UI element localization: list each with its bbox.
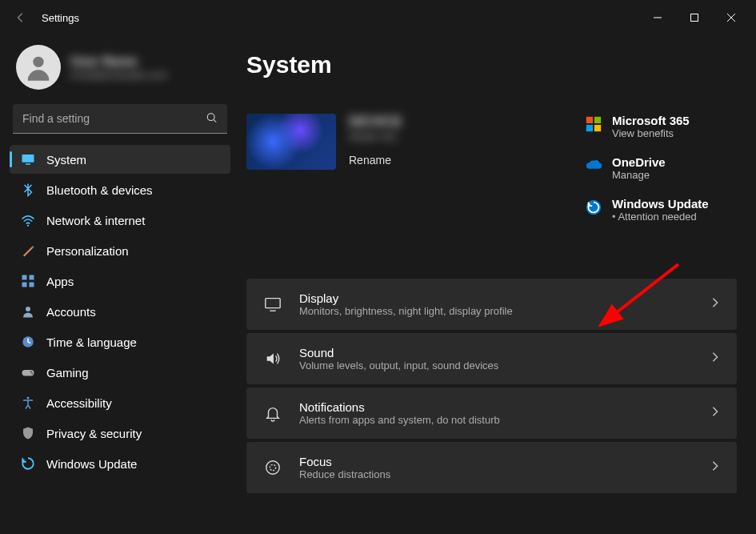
sidebar-item-accessibility[interactable]: Accessibility <box>10 388 230 417</box>
sidebar-item-apps[interactable]: Apps <box>10 267 230 295</box>
maximize-button[interactable] <box>676 5 713 30</box>
promo-m365[interactable]: Microsoft 365View benefits <box>585 114 737 139</box>
time-icon <box>21 335 35 349</box>
card-title: Focus <box>299 455 694 468</box>
promo-title: Microsoft 365 <box>612 114 690 127</box>
user-profile[interactable]: User Name email@example.com <box>10 35 230 99</box>
sidebar-item-personalization[interactable]: Personalization <box>10 236 230 265</box>
privacy-icon <box>21 426 35 440</box>
notifications-icon <box>262 404 283 422</box>
promo-title: OneDrive <box>612 155 666 169</box>
promo-winupdate[interactable]: Windows UpdateAttention needed <box>585 197 737 223</box>
card-sub: Monitors, brightness, night light, displ… <box>299 305 694 317</box>
winupdate-icon <box>585 199 602 216</box>
rename-link[interactable]: Rename <box>349 154 402 167</box>
svg-rect-1 <box>691 14 698 22</box>
svg-point-5 <box>207 113 214 120</box>
svg-point-19 <box>27 397 30 399</box>
close-button[interactable] <box>713 5 750 30</box>
search-input[interactable] <box>13 104 227 134</box>
svg-rect-10 <box>22 275 27 280</box>
chevron-right-icon <box>710 351 721 366</box>
chevron-right-icon <box>710 460 721 475</box>
sidebar-item-accounts[interactable]: Accounts <box>10 297 230 326</box>
device-model: Model info <box>349 130 402 143</box>
device-thumbnail <box>246 114 336 170</box>
apps-icon <box>21 274 35 288</box>
svg-point-14 <box>26 307 30 311</box>
svg-rect-21 <box>594 117 601 123</box>
sidebar-item-label: Personalization <box>46 244 129 258</box>
card-display[interactable]: DisplayMonitors, brightness, night light… <box>246 279 737 330</box>
card-focus[interactable]: FocusReduce distractions <box>246 442 737 493</box>
promo-sub: Attention needed <box>612 211 709 223</box>
sidebar-item-label: Bluetooth & devices <box>46 183 153 197</box>
svg-point-17 <box>30 371 32 372</box>
sidebar-item-label: Network & internet <box>46 214 145 227</box>
sidebar-item-label: Gaming <box>46 366 89 379</box>
display-icon <box>262 295 283 313</box>
search-icon <box>206 112 218 126</box>
m365-icon <box>585 115 602 133</box>
card-sub: Alerts from apps and system, do not dist… <box>299 414 694 426</box>
card-notifications[interactable]: NotificationsAlerts from apps and system… <box>246 387 737 439</box>
card-title: Display <box>299 291 694 305</box>
page-title: System <box>246 51 737 78</box>
personalization-icon <box>21 243 35 258</box>
main-panel: System DEVICE Model info Rename Microsof… <box>240 35 756 534</box>
svg-rect-22 <box>586 125 593 131</box>
sidebar-item-privacy[interactable]: Privacy & security <box>10 419 230 448</box>
sidebar-item-network[interactable]: Network & internet <box>10 206 230 235</box>
sidebar-item-gaming[interactable]: Gaming <box>10 358 230 387</box>
avatar <box>16 45 61 90</box>
svg-point-18 <box>31 372 33 374</box>
svg-rect-12 <box>22 283 27 287</box>
search-box <box>13 104 227 134</box>
window-title: Settings <box>42 12 79 24</box>
svg-rect-25 <box>266 299 280 308</box>
svg-point-9 <box>27 225 29 227</box>
sidebar-item-label: System <box>46 153 86 167</box>
focus-icon <box>262 459 283 476</box>
svg-rect-8 <box>26 163 30 165</box>
sidebar-item-label: Privacy & security <box>46 427 142 440</box>
sidebar-item-label: Time & language <box>46 335 137 349</box>
svg-point-28 <box>270 464 275 470</box>
svg-rect-11 <box>30 275 34 280</box>
network-icon <box>21 213 35 227</box>
promo-onedrive[interactable]: OneDriveManage <box>585 155 737 181</box>
promo-list: Microsoft 365View benefitsOneDriveManage… <box>585 114 737 223</box>
update-icon <box>21 456 35 471</box>
sidebar-item-time[interactable]: Time & language <box>10 327 230 356</box>
card-title: Notifications <box>299 400 694 414</box>
card-sub: Volume levels, output, input, sound devi… <box>299 359 694 371</box>
promo-sub: Manage <box>612 169 666 181</box>
gaming-icon <box>21 365 35 379</box>
sidebar-item-update[interactable]: Windows Update <box>10 449 230 478</box>
sidebar-item-bluetooth[interactable]: Bluetooth & devices <box>10 175 230 204</box>
sound-icon <box>262 350 283 367</box>
svg-rect-20 <box>586 117 593 123</box>
svg-line-6 <box>214 119 216 122</box>
device-name: DEVICE <box>349 114 402 130</box>
card-title: Sound <box>299 346 694 359</box>
chevron-right-icon <box>710 406 721 420</box>
bluetooth-icon <box>21 183 35 197</box>
device-block: DEVICE Model info Rename <box>246 114 585 223</box>
nav-list: SystemBluetooth & devicesNetwork & inter… <box>10 145 230 478</box>
onedrive-icon <box>585 157 602 175</box>
promo-title: Windows Update <box>612 197 709 211</box>
minimize-button[interactable] <box>639 5 676 30</box>
svg-point-4 <box>33 57 43 67</box>
system-icon <box>21 152 35 167</box>
sidebar-item-label: Accounts <box>46 305 96 319</box>
card-sound[interactable]: SoundVolume levels, output, input, sound… <box>246 333 737 384</box>
sidebar-item-system[interactable]: System <box>10 145 230 174</box>
accessibility-icon <box>21 395 35 410</box>
titlebar: Settings <box>0 0 756 35</box>
back-button[interactable] <box>6 3 35 32</box>
chevron-right-icon <box>710 297 721 311</box>
svg-rect-23 <box>594 125 601 131</box>
user-email: email@example.com <box>70 69 224 81</box>
promo-sub: View benefits <box>612 127 690 139</box>
